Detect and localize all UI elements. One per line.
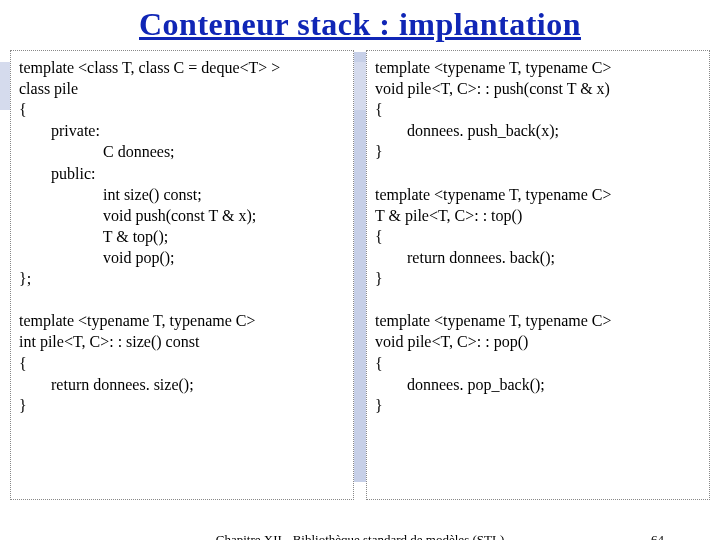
page-number: 64 — [651, 532, 664, 540]
slide-title: Conteneur stack : implantation — [0, 6, 720, 43]
code-right: template <typename T, typename C> void p… — [366, 50, 710, 500]
code-left: template <class T, class C = deque<T> > … — [10, 50, 354, 500]
code-columns: template <class T, class C = deque<T> > … — [10, 50, 710, 500]
footer-chapter: Chapitre XII - Bibliothèque standard de … — [0, 532, 720, 540]
